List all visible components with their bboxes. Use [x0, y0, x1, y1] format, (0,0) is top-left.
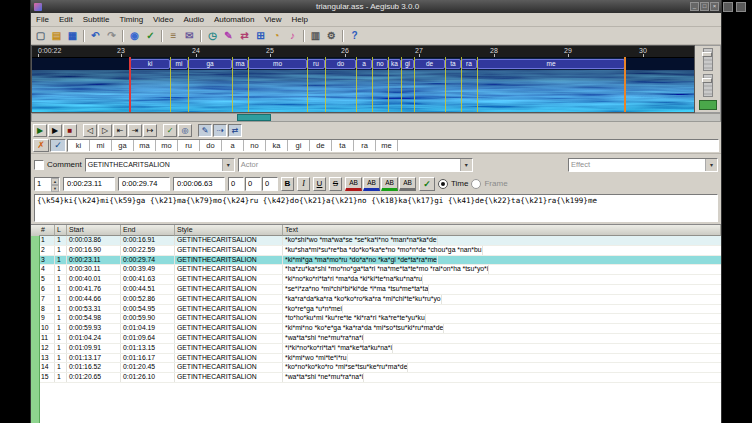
- color-button-4[interactable]: AB: [399, 177, 416, 191]
- subtitle-row[interactable]: 510:00:40.010:00:41.63GETINTHECARITSALIO…: [39, 275, 721, 285]
- subtitle-row[interactable]: 710:00:44.660:00:52.86GETINTHECARITSALIO…: [39, 295, 721, 305]
- link-indicator[interactable]: [699, 100, 717, 110]
- margin-field-2[interactable]: 0: [245, 177, 261, 191]
- spinner-arrows[interactable]: ▲▼: [51, 178, 59, 190]
- tray-icon[interactable]: [723, 2, 733, 12]
- attachments-icon[interactable]: ✉: [182, 28, 197, 43]
- new-subtitles-icon[interactable]: ▢: [33, 28, 48, 43]
- column-header-num[interactable]: #: [39, 225, 55, 236]
- margin-field-1[interactable]: 0: [228, 177, 244, 191]
- chevron-down-icon[interactable]: ▾: [705, 159, 717, 171]
- stop-playback-button[interactable]: ■: [63, 124, 77, 137]
- karaoke-syllable[interactable]: mi: [90, 140, 112, 151]
- titlebar[interactable]: triangular.ass - Aegisub 3.0.0 _ □ ×: [31, 0, 721, 13]
- karaoke-syllable[interactable]: ru: [178, 140, 200, 151]
- karaoke-syllable-field[interactable]: kimigamamorudoanokagidetarame: [67, 139, 719, 152]
- slider-thumb[interactable]: [702, 78, 712, 83]
- karaoke-syllable[interactable]: a: [222, 140, 244, 151]
- menu-video[interactable]: Video: [148, 13, 178, 26]
- karaoke-syllable[interactable]: ma: [134, 140, 156, 151]
- redo-icon[interactable]: ↷: [104, 28, 119, 43]
- column-header-end[interactable]: End: [121, 225, 175, 236]
- minimize-button[interactable]: _: [690, 2, 699, 11]
- subtitle-row[interactable]: 1010:00:59.930:01:04.19GETINTHECARITSALI…: [39, 324, 721, 334]
- shift-times-icon[interactable]: ◷: [205, 28, 220, 43]
- spin-down-icon[interactable]: ▼: [51, 185, 59, 192]
- audio-syllable[interactable]: ga: [188, 59, 232, 69]
- resample-resolution-icon[interactable]: ⊞: [253, 28, 268, 43]
- maximize-button[interactable]: □: [700, 2, 709, 11]
- karaoke-syllable[interactable]: gi: [288, 140, 310, 151]
- audio-timeline[interactable]: 0:00:222324252627282930: [32, 46, 694, 58]
- auto-scroll-toggle-button[interactable]: ⇄: [228, 124, 242, 137]
- subtitle-row[interactable]: 610:00:41.760:00:44.51GETINTHECARITSALIO…: [39, 285, 721, 295]
- audio-syllable[interactable]: ra: [461, 59, 477, 69]
- play-first-500ms-button[interactable]: ⇤: [113, 124, 127, 137]
- menu-help[interactable]: Help: [287, 13, 313, 26]
- menu-timing[interactable]: Timing: [114, 13, 148, 26]
- color-button-1[interactable]: AB: [345, 177, 362, 191]
- accept-split-button[interactable]: ✓: [50, 139, 66, 152]
- audio-syllable[interactable]: mi: [170, 59, 188, 69]
- subtitle-row[interactable]: 1510:01:20.650:01:26.10GETINTHECARITSALI…: [39, 373, 721, 383]
- cancel-split-button[interactable]: ✗: [33, 139, 49, 152]
- time-radio[interactable]: [438, 179, 448, 189]
- subtitle-row[interactable]: 1210:01:09.910:01:13.15GETINTHECARITSALI…: [39, 344, 721, 354]
- actor-dropdown[interactable]: Actor ▾: [238, 158, 473, 172]
- karaoke-syllable[interactable]: ga: [112, 140, 134, 151]
- audio-syllable[interactable]: a: [356, 59, 372, 69]
- audio-syllable[interactable]: ki: [130, 59, 170, 69]
- column-header-text[interactable]: Text: [283, 225, 721, 236]
- play-last-500ms-button[interactable]: ⇥: [128, 124, 142, 137]
- vertical-zoom-slider[interactable]: [703, 48, 713, 71]
- commit-timing-button[interactable]: ✓: [163, 124, 177, 137]
- play-after-selection-button[interactable]: ▷: [98, 124, 112, 137]
- play-before-selection-button[interactable]: ◁: [83, 124, 97, 137]
- menu-file[interactable]: File: [31, 13, 54, 26]
- grid-body[interactable]: 110:00:03.860:00:16.91GETINTHECARITSALIO…: [31, 236, 721, 423]
- karaoke-syllable[interactable]: ra: [354, 140, 376, 151]
- duration-field[interactable]: 0:00:06.63: [173, 177, 225, 191]
- style-dropdown[interactable]: GETINTHECARITSALION ▾: [85, 158, 235, 172]
- audio-syllable[interactable]: de: [414, 59, 445, 69]
- subtitle-row[interactable]: 410:00:30.110:00:39.49GETINTHECARITSALIO…: [39, 265, 721, 275]
- karaoke-syllable[interactable]: ka: [266, 140, 288, 151]
- subtitle-row[interactable]: 910:00:54.980:00:59.90GETINTHECARITSALIO…: [39, 314, 721, 324]
- spectrogram[interactable]: [32, 70, 694, 113]
- column-header-style[interactable]: Style: [175, 225, 283, 236]
- options-icon[interactable]: ⚙: [324, 28, 339, 43]
- subtitle-row[interactable]: 810:00:53.310:00:54.95GETINTHECARITSALIO…: [39, 305, 721, 315]
- help-icon[interactable]: ?: [347, 28, 362, 43]
- play-to-end-button[interactable]: ↦: [143, 124, 157, 137]
- karaoke-syllable[interactable]: do: [200, 140, 222, 151]
- bold-button[interactable]: B: [281, 177, 294, 191]
- auto-next-line-toggle-button[interactable]: ⇢: [213, 124, 227, 137]
- audio-syllable[interactable]: ka: [388, 59, 401, 69]
- auto-commit-toggle-button[interactable]: ✎: [198, 124, 212, 137]
- spin-up-icon[interactable]: ▲: [51, 178, 59, 185]
- audio-scrollbar-thumb[interactable]: [237, 114, 271, 121]
- select-lines-icon[interactable]: ▥: [308, 28, 323, 43]
- karaoke-syllable[interactable]: mo: [156, 140, 178, 151]
- commit-button[interactable]: ✓: [419, 177, 435, 191]
- karaoke-syllable[interactable]: me: [376, 140, 398, 151]
- color-button-2[interactable]: AB: [363, 177, 380, 191]
- translation-assistant-icon[interactable]: ⇄: [237, 28, 252, 43]
- menu-edit[interactable]: Edit: [54, 13, 78, 26]
- slider-thumb[interactable]: [702, 52, 712, 57]
- frame-radio[interactable]: [471, 179, 481, 189]
- timing-post-processor-icon[interactable]: ◔: [269, 28, 284, 43]
- styling-assistant-icon[interactable]: ✎: [221, 28, 236, 43]
- undo-icon[interactable]: ↶: [88, 28, 103, 43]
- audio-syllable[interactable]: ta: [445, 59, 461, 69]
- volume-slider[interactable]: [703, 74, 713, 97]
- audio-syllable[interactable]: no: [372, 59, 388, 69]
- end-time-field[interactable]: 0:00:29.74: [118, 177, 170, 191]
- audio-scrollbar[interactable]: [31, 113, 721, 122]
- audio-syllable[interactable]: ru: [307, 59, 325, 69]
- go-to-selection-button[interactable]: ◎: [178, 124, 192, 137]
- subtitle-row[interactable]: 1110:01:04.240:01:09.64GETINTHECARITSALI…: [39, 334, 721, 344]
- karaoke-syllable[interactable]: de: [310, 140, 332, 151]
- menu-automation[interactable]: Automation: [209, 13, 259, 26]
- margin-field-3[interactable]: 0: [262, 177, 278, 191]
